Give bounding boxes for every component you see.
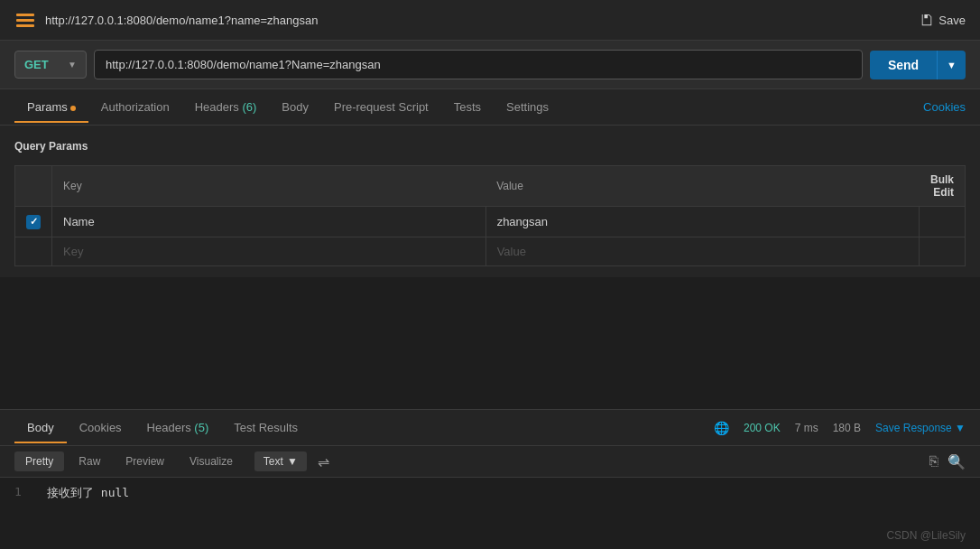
th-key: Key [52,166,486,207]
tab-pre-request-script[interactable]: Pre-request Script [321,91,441,123]
response-tabs-bar: Body Cookies Headers (5) Test Results 🌐 … [0,410,980,446]
table-row-empty: Key Value [15,237,966,265]
response-tab-test-results[interactable]: Test Results [221,412,310,443]
tab-settings[interactable]: Settings [494,91,561,123]
row-actions [920,207,966,237]
tab-tests[interactable]: Tests [441,91,494,123]
wrap-icon[interactable]: ⇌ [318,453,329,470]
query-params-title: Query Params [14,136,966,156]
chevron-down-icon: ▼ [68,60,77,70]
text-format-dropdown[interactable]: Text ▼ [254,451,307,471]
response-tab-headers[interactable]: Headers (5) [134,412,222,443]
copy-icon[interactable]: ⎘ [929,453,938,470]
response-time: 7 ms [795,422,818,434]
status-code: 200 OK [744,422,781,434]
response-status-bar: 🌐 200 OK 7 ms 180 B Save Response ▼ [714,421,966,435]
request-tabs-bar: Params Authorization Headers (6) Body Pr… [0,89,980,126]
send-btn-group: Send ▼ [870,51,966,79]
format-tab-pretty[interactable]: Pretty [14,451,64,471]
response-content: 接收到了 null [47,485,129,501]
params-table: Key Value Bulk Edit Name zhangsan Key Va… [14,165,966,266]
watermark: CSDN @LileSily [886,529,966,542]
tab-body[interactable]: Body [269,91,321,123]
bulk-edit-button[interactable]: Bulk Edit [920,166,966,207]
dropdown-chevron-icon: ▼ [287,455,298,468]
tab-authorization[interactable]: Authorization [88,91,182,123]
empty-key[interactable]: Key [52,237,486,265]
response-tab-cookies[interactable]: Cookies [67,412,134,443]
url-input[interactable] [94,50,863,79]
null-value: null [101,486,129,499]
format-tab-raw[interactable]: Raw [68,451,111,471]
tab-headers[interactable]: Headers (6) [182,91,270,123]
save-button[interactable]: Save [920,14,966,27]
row-value[interactable]: zhangsan [485,207,920,237]
line-number: 1 [14,485,32,501]
save-label: Save [938,14,966,27]
table-row: Name zhangsan [15,207,966,237]
save-icon [920,14,933,26]
tab-params[interactable]: Params [14,91,88,123]
globe-icon: 🌐 [714,421,729,435]
method-label: GET [24,58,49,71]
row-checkbox-cell[interactable] [15,207,52,237]
url-bar: GET ▼ Send ▼ [0,41,980,89]
format-tab-preview[interactable]: Preview [115,451,175,471]
bottom-panel: Body Cookies Headers (5) Test Results 🌐 … [0,409,980,549]
format-right-actions: ⎘ 🔍 [929,453,966,470]
format-bar: Pretty Raw Preview Visualize Text ▼ ⇌ ⎘ … [0,446,980,478]
title-bar-left: http://127.0.0.1:8080/demo/name1?name=zh… [14,11,318,29]
response-body: 1 接收到了 null [0,478,980,508]
th-value: Value [485,166,920,207]
main-area: Query Params Key Value Bulk Edit Name zh… [0,126,980,277]
empty-checkbox-cell [15,237,52,265]
th-checkbox [15,166,52,207]
send-dropdown-button[interactable]: ▼ [937,51,966,79]
format-tab-visualize[interactable]: Visualize [179,451,244,471]
row-key[interactable]: Name [52,207,486,237]
title-bar: http://127.0.0.1:8080/demo/name1?name=zh… [0,0,980,41]
title-bar-url: http://127.0.0.1:8080/demo/name1?name=zh… [45,14,318,27]
cookies-link[interactable]: Cookies [923,100,966,114]
search-icon[interactable]: 🔍 [948,453,966,470]
send-button[interactable]: Send [870,51,937,79]
params-dot [70,106,76,111]
method-select[interactable]: GET ▼ [14,51,87,79]
empty-value[interactable]: Value [485,237,920,265]
save-response-button[interactable]: Save Response ▼ [875,422,966,434]
empty-actions [920,237,966,265]
row-checkbox[interactable] [26,215,41,229]
response-size: 180 B [833,422,861,434]
http-icon [14,11,36,29]
response-tab-body[interactable]: Body [14,412,67,443]
